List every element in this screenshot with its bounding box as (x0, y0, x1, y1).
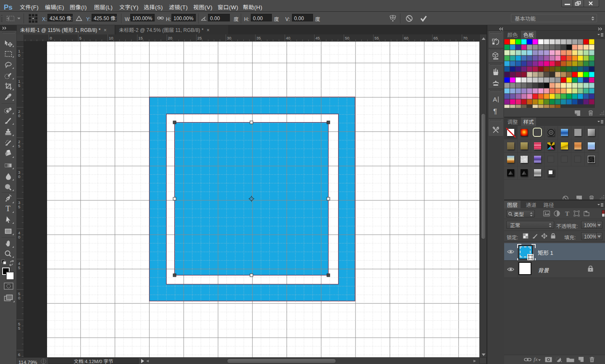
svg-text:5: 5 (79, 35, 82, 41)
svg-text:5: 5 (18, 325, 20, 331)
svg-text:45: 45 (316, 35, 320, 41)
svg-text:T: T (565, 210, 569, 217)
svg-text:10: 10 (109, 35, 113, 41)
svg-text:5: 5 (18, 204, 20, 209)
svg-text:40: 40 (286, 35, 291, 41)
svg-text:0: 0 (18, 295, 20, 301)
svg-text:5: 5 (18, 264, 20, 270)
svg-text:50: 50 (345, 35, 350, 41)
svg-text:60: 60 (404, 35, 409, 41)
svg-text:0: 0 (18, 113, 20, 118)
svg-text:30: 30 (227, 35, 231, 41)
svg-text:0: 0 (50, 35, 52, 41)
svg-text:55: 55 (374, 35, 379, 41)
svg-text:65: 65 (434, 35, 438, 41)
svg-text:0: 0 (18, 173, 20, 179)
svg-text:20: 20 (168, 35, 173, 41)
svg-text:T: T (5, 204, 11, 213)
svg-text:5: 5 (18, 143, 20, 149)
svg-text:25: 25 (197, 35, 202, 41)
svg-text:¶: ¶ (493, 107, 497, 115)
svg-text:70: 70 (463, 35, 468, 41)
svg-text:A: A (493, 96, 497, 103)
svg-text:15: 15 (138, 35, 143, 41)
svg-text:0: 0 (18, 52, 20, 58)
svg-text:35: 35 (256, 35, 261, 41)
svg-text:0: 0 (18, 234, 20, 240)
svg-text:5: 5 (18, 82, 20, 88)
